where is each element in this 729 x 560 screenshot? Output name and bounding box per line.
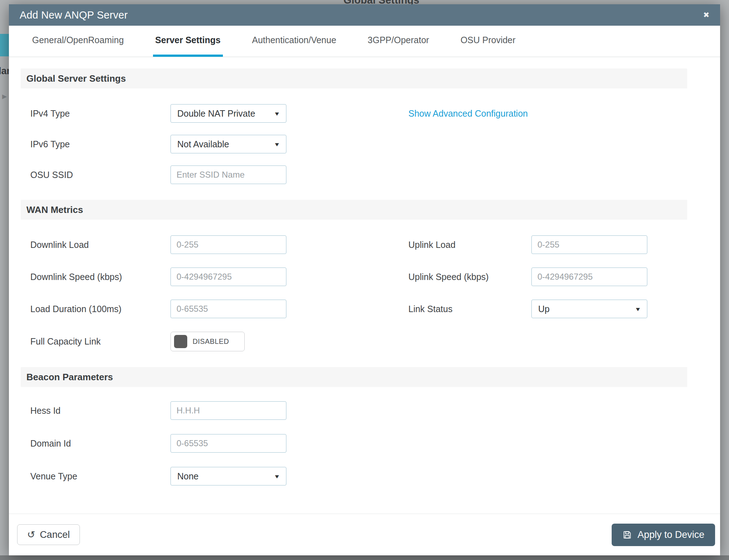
form-row: Load Duration (100ms) Link Status Up ▼ (30, 300, 687, 318)
chevron-right-icon: ▶ (2, 93, 7, 100)
section-wan-metrics: WAN Metrics (21, 200, 687, 220)
tab-server-settings[interactable]: Server Settings (153, 26, 223, 57)
uplink-speed-label: Uplink Speed (kbps) (408, 272, 531, 282)
toggle-knob (174, 335, 187, 348)
close-icon[interactable]: ✖ (703, 11, 709, 19)
downlink-speed-input[interactable] (170, 268, 286, 286)
form-row: Hess Id (30, 401, 687, 420)
osu-ssid-label: OSU SSID (30, 170, 170, 180)
undo-icon: ↺ (27, 530, 35, 540)
save-icon (622, 530, 632, 540)
toggle-state-label: DISABLED (193, 337, 229, 346)
ipv4-type-select[interactable]: Double NAT Private ▼ (170, 104, 286, 123)
cancel-button[interactable]: ↺ Cancel (17, 524, 80, 545)
full-capacity-link-label: Full Capacity Link (30, 336, 170, 347)
tab-3gpp-operator[interactable]: 3GPP/Operator (366, 26, 431, 57)
dialog-body: Global Server Settings IPv4 Type Double … (9, 68, 720, 493)
venue-type-value: None (177, 471, 199, 482)
tab-osu-provider[interactable]: OSU Provider (458, 26, 518, 57)
dialog-header: Add New ANQP Server ✖ (9, 4, 720, 26)
link-status-value: Up (538, 304, 550, 314)
form-row: OSU SSID (30, 166, 687, 184)
osu-ssid-input[interactable] (170, 166, 286, 184)
link-status-select[interactable]: Up ▼ (531, 300, 647, 318)
screen: { "backdrop": { "page_title": "Global Se… (0, 0, 729, 560)
form-row: Venue Type None ▼ (30, 467, 687, 485)
domain-id-label: Domain Id (30, 438, 170, 449)
link-status-label: Link Status (408, 304, 531, 314)
apply-to-device-button[interactable]: Apply to Device (612, 524, 715, 546)
domain-id-input[interactable] (170, 434, 286, 453)
form-row: Full Capacity Link DISABLED (30, 332, 687, 351)
tab-general-openroaming[interactable]: General/OpenRoaming (30, 26, 126, 57)
venue-type-select[interactable]: None ▼ (170, 467, 286, 485)
load-duration-label: Load Duration (100ms) (30, 304, 170, 314)
add-anqp-server-dialog: Add New ANQP Server ✖ General/OpenRoamin… (9, 4, 720, 555)
form-row: Downlink Load Uplink Load (30, 235, 687, 254)
downlink-load-label: Downlink Load (30, 240, 170, 250)
downlink-speed-label: Downlink Speed (kbps) (30, 272, 170, 282)
ipv6-type-label: IPv6 Type (30, 139, 170, 149)
cancel-label: Cancel (40, 529, 70, 540)
uplink-speed-input[interactable] (531, 268, 647, 286)
dialog-title: Add New ANQP Server (20, 9, 128, 21)
venue-type-label: Venue Type (30, 471, 170, 482)
section-beacon-parameters: Beacon Parameters (21, 367, 687, 387)
ipv6-type-select[interactable]: Not Available ▼ (170, 135, 286, 153)
caret-down-icon: ▼ (274, 473, 280, 479)
dialog-tabs: General/OpenRoaming Server Settings Auth… (9, 26, 720, 57)
downlink-load-input[interactable] (170, 235, 286, 254)
caret-down-icon: ▼ (274, 111, 280, 117)
uplink-load-input[interactable] (531, 235, 647, 254)
caret-down-icon: ▼ (274, 141, 280, 147)
hess-id-input[interactable] (170, 401, 286, 420)
form-row: IPv6 Type Not Available ▼ (30, 135, 687, 153)
ipv4-type-value: Double NAT Private (177, 108, 255, 119)
ipv4-type-label: IPv4 Type (30, 108, 170, 119)
full-capacity-link-toggle[interactable]: DISABLED (170, 332, 245, 351)
hess-id-label: Hess Id (30, 406, 170, 416)
apply-label: Apply to Device (637, 529, 704, 540)
caret-down-icon: ▼ (634, 306, 641, 312)
ipv6-type-value: Not Available (177, 139, 229, 149)
background-bottom-strip (0, 555, 729, 560)
tab-authentication-venue[interactable]: Authentication/Venue (250, 26, 338, 57)
section-global-server-settings: Global Server Settings (21, 68, 687, 88)
form-row: Domain Id (30, 434, 687, 453)
background-selected-row (0, 34, 9, 56)
dialog-footer: ↺ Cancel Apply to Device (9, 514, 720, 555)
uplink-load-label: Uplink Load (408, 240, 531, 250)
load-duration-input[interactable] (170, 300, 286, 318)
show-advanced-configuration-link[interactable]: Show Advanced Configuration (408, 108, 528, 119)
form-row: IPv4 Type Double NAT Private ▼ Show Adva… (30, 104, 687, 123)
form-row: Downlink Speed (kbps) Uplink Speed (kbps… (30, 268, 687, 286)
